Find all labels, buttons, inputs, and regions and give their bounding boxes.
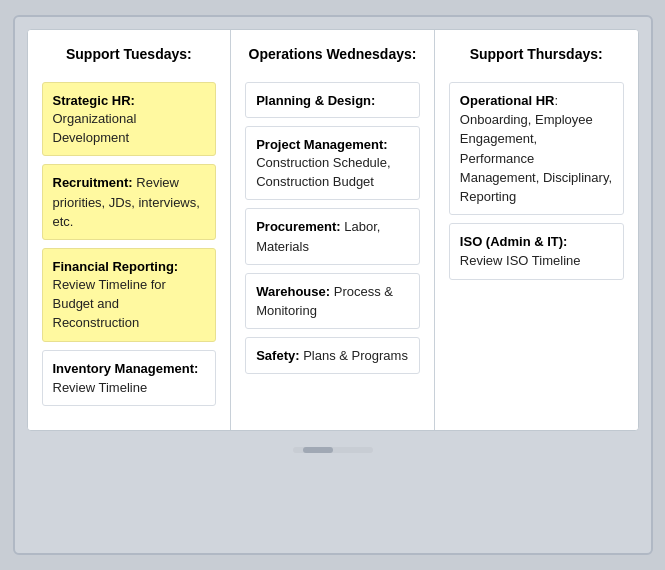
item-title-iso-admin-it: ISO (Admin & IT): bbox=[460, 234, 568, 249]
item-title-operational-hr: Operational HR bbox=[460, 93, 555, 108]
item-title-inventory-management: Inventory Management: bbox=[53, 361, 199, 376]
item-text-iso-admin-it: Review ISO Timeline bbox=[460, 253, 581, 268]
item-text-operational-hr: : Onboarding, Employee Engagement, Perfo… bbox=[460, 93, 612, 204]
item-text-inventory-management: Review Timeline bbox=[53, 380, 148, 395]
item-procurement: Procurement: Labor, Materials bbox=[245, 208, 420, 264]
item-text-financial-reporting: Review Timeline for Budget and Reconstru… bbox=[53, 277, 166, 330]
columns-wrapper: Support Tuesdays: Strategic HR: Organiza… bbox=[27, 29, 639, 431]
scrollbar-track[interactable] bbox=[293, 447, 373, 453]
outer-container: Support Tuesdays: Strategic HR: Organiza… bbox=[13, 15, 653, 555]
column-operations-wednesdays: Operations Wednesdays: Planning & Design… bbox=[231, 30, 435, 430]
scrollbar-area bbox=[27, 431, 639, 457]
item-text-project-management: Construction Schedule, Construction Budg… bbox=[256, 155, 390, 189]
item-title-project-management: Project Management: bbox=[256, 137, 387, 152]
item-text-strategic-hr: Organizational Development bbox=[53, 111, 137, 145]
item-iso-admin-it: ISO (Admin & IT): Review ISO Timeline bbox=[449, 223, 624, 279]
item-safety: Safety: Plans & Programs bbox=[245, 337, 420, 374]
item-title-procurement: Procurement: bbox=[256, 219, 341, 234]
item-title-warehouse: Warehouse: bbox=[256, 284, 330, 299]
column-support-thursdays: Support Thursdays: Operational HR: Onboa… bbox=[435, 30, 638, 430]
item-title-financial-reporting: Financial Reporting: bbox=[53, 259, 179, 274]
item-operational-hr: Operational HR: Onboarding, Employee Eng… bbox=[449, 82, 624, 215]
column-header-support-thursdays: Support Thursdays: bbox=[449, 46, 624, 66]
item-financial-reporting: Financial Reporting: Review Timeline for… bbox=[42, 248, 217, 342]
item-recruitment: Recruitment: Review priorities, JDs, int… bbox=[42, 164, 217, 240]
column-header-support-tuesdays: Support Tuesdays: bbox=[42, 46, 217, 66]
column-header-operations-wednesdays: Operations Wednesdays: bbox=[245, 46, 420, 66]
item-planning-design: Planning & Design: bbox=[245, 82, 420, 118]
item-title-planning-design: Planning & Design: bbox=[256, 93, 375, 108]
item-inventory-management: Inventory Management: Review Timeline bbox=[42, 350, 217, 406]
item-title-safety: Safety: bbox=[256, 348, 299, 363]
item-warehouse: Warehouse: Process & Monitoring bbox=[245, 273, 420, 329]
item-title-recruitment: Recruitment: bbox=[53, 175, 133, 190]
item-project-management: Project Management: Construction Schedul… bbox=[245, 126, 420, 200]
column-support-tuesdays: Support Tuesdays: Strategic HR: Organiza… bbox=[28, 30, 232, 430]
item-strategic-hr: Strategic HR: Organizational Development bbox=[42, 82, 217, 156]
item-text-safety: Plans & Programs bbox=[300, 348, 408, 363]
item-title-strategic-hr: Strategic HR: bbox=[53, 93, 135, 108]
scrollbar-thumb[interactable] bbox=[303, 447, 333, 453]
